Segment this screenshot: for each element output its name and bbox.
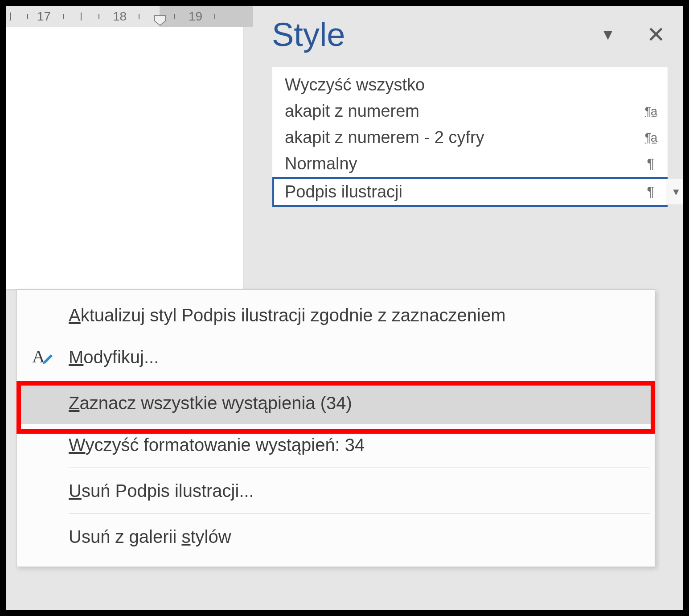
menu-item-label: Modyfikuj... xyxy=(69,347,641,367)
ruler-tick xyxy=(63,14,64,19)
ruler-number: 17 xyxy=(37,9,51,24)
ruler-margin-shade xyxy=(160,6,253,27)
menu-separator xyxy=(69,380,650,380)
style-item-label: akapit z numerem - 2 cyfry xyxy=(285,128,642,147)
menu-separator xyxy=(69,513,650,514)
linked-style-icon: ¶a xyxy=(642,104,660,119)
menu-select-all-instances[interactable]: Zaznacz wszystkie wystąpienia (34) xyxy=(17,382,655,424)
style-item-caption[interactable]: Podpis ilustracji ¶ ▼ xyxy=(272,177,668,207)
close-icon[interactable]: ✕ xyxy=(647,24,665,46)
document-area: 17 18 19 xyxy=(6,6,253,289)
document-page[interactable] xyxy=(6,27,243,289)
horizontal-ruler[interactable]: 17 18 19 xyxy=(6,6,253,28)
page-background xyxy=(243,27,253,289)
menu-item-label: Zaznacz wszystkie wystąpienia (34) xyxy=(69,393,641,413)
styles-list: Wyczyść wszystko akapit z numerem ¶a aka… xyxy=(272,67,668,207)
svg-marker-0 xyxy=(155,16,165,25)
menu-item-label: Usuń z galerii stylów xyxy=(69,527,641,547)
menu-delete-style[interactable]: Usuń Podpis ilustracji... xyxy=(17,470,655,512)
style-item-numbered-paragraph-2digits[interactable]: akapit z numerem - 2 cyfry ¶a xyxy=(272,124,668,151)
indent-marker-icon[interactable] xyxy=(154,15,166,26)
ruler-tick xyxy=(174,14,175,19)
ruler-tick xyxy=(139,14,139,19)
style-item-clear-all[interactable]: Wyczyść wszystko xyxy=(272,72,668,98)
pane-options-dropdown-icon[interactable]: ▼ xyxy=(600,26,615,43)
menu-separator xyxy=(69,468,650,468)
style-item-numbered-paragraph[interactable]: akapit z numerem ¶a xyxy=(272,98,668,124)
linked-style-icon: ¶a xyxy=(642,131,660,145)
style-item-dropdown-button[interactable]: ▼ xyxy=(666,179,686,205)
styles-pane: Style ▼ ✕ Wyczyść wszystko akapit z nume… xyxy=(253,6,683,289)
menu-modify-style[interactable]: A Modyfikuj... xyxy=(17,336,655,378)
modify-icon: A xyxy=(17,345,69,370)
ruler-tick xyxy=(81,12,82,21)
menu-item-label: Wyczyść formatowanie wystąpień: 34 xyxy=(69,435,641,455)
style-context-menu: Aktualizuj styl Podpis ilustracji zgodni… xyxy=(16,289,655,567)
ruler-tick xyxy=(27,14,28,19)
menu-remove-from-gallery[interactable]: Usuń z galerii stylów xyxy=(17,516,655,558)
ruler-tick xyxy=(98,14,99,19)
ruler-number: 19 xyxy=(189,9,202,24)
style-item-label: Wyczyść wszystko xyxy=(285,75,642,94)
menu-clear-formatting[interactable]: Wyczyść formatowanie wystąpień: 34 xyxy=(17,424,655,466)
paragraph-style-icon: ¶ xyxy=(642,156,660,172)
paragraph-style-icon: ¶ xyxy=(642,184,660,200)
styles-pane-title: Style xyxy=(272,16,345,53)
menu-item-label: Aktualizuj styl Podpis ilustracji zgodni… xyxy=(69,305,641,325)
styles-pane-header: Style ▼ ✕ xyxy=(272,16,668,53)
style-item-label: Normalny xyxy=(285,154,642,173)
ruler-tick xyxy=(214,14,215,19)
ruler-tick xyxy=(10,12,11,21)
menu-item-label: Usuń Podpis ilustracji... xyxy=(69,481,641,501)
style-item-label: Podpis ilustracji xyxy=(285,182,642,201)
menu-update-style[interactable]: Aktualizuj styl Podpis ilustracji zgodni… xyxy=(17,294,655,336)
style-item-normal[interactable]: Normalny ¶ xyxy=(272,151,668,177)
ruler-number: 18 xyxy=(113,9,127,24)
style-item-label: akapit z numerem xyxy=(285,102,642,121)
